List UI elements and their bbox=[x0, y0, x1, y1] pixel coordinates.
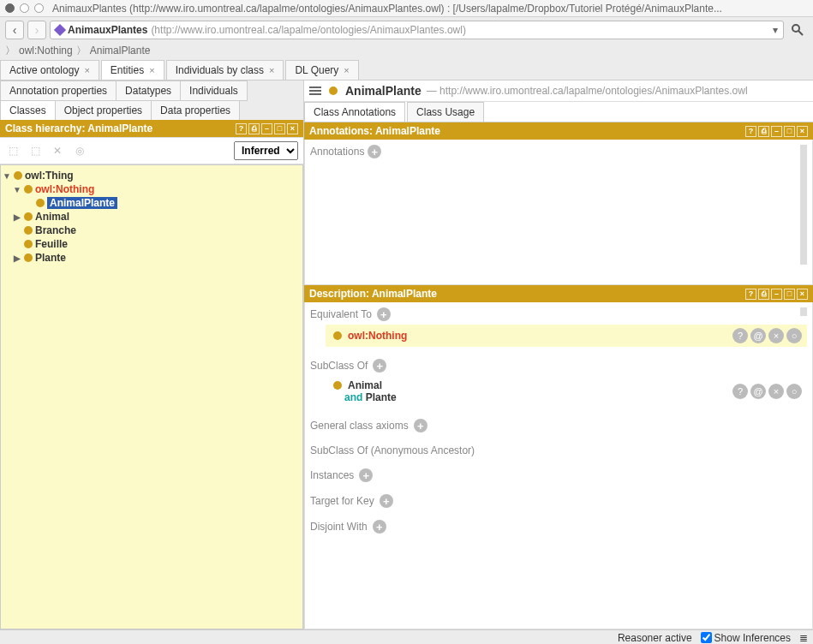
tree-row-nothing[interactable]: ▼ owl:Nothing bbox=[13, 182, 301, 196]
delete-button[interactable]: × bbox=[768, 384, 784, 399]
tab-entities[interactable]: Entities× bbox=[101, 60, 164, 80]
tab-dl-query[interactable]: DL Query× bbox=[285, 60, 358, 80]
tree-label: AnimalPlante bbox=[47, 197, 117, 209]
panel-title: Class hierarchy: AnimalPlante bbox=[5, 122, 152, 134]
minimize-icon[interactable]: – bbox=[261, 123, 272, 134]
subtab-classes[interactable]: Classes bbox=[0, 100, 56, 121]
tab-label: Active ontology bbox=[9, 64, 79, 76]
tree-label: Branche bbox=[35, 224, 76, 236]
disclosure-icon[interactable]: ▶ bbox=[13, 212, 21, 222]
subclass-of-group: SubClass Of+ Animal and Plante ? bbox=[310, 359, 807, 407]
close-icon[interactable]: × bbox=[287, 123, 298, 134]
equivalent-assertion[interactable]: owl:Nothing ? @ × ○ bbox=[326, 325, 807, 347]
at-button[interactable]: @ bbox=[750, 384, 766, 399]
explain-button[interactable]: ? bbox=[732, 384, 748, 399]
forward-button[interactable]: › bbox=[27, 21, 46, 39]
tab-class-usage[interactable]: Class Usage bbox=[407, 102, 484, 122]
menu-icon[interactable] bbox=[309, 86, 321, 95]
delete-button[interactable]: × bbox=[768, 328, 784, 343]
crumb-animalplante[interactable]: AnimalPlante bbox=[90, 45, 151, 57]
show-inferences-toggle[interactable]: Show Inferences bbox=[701, 632, 791, 644]
subtab-annotation-properties[interactable]: Annotation properties bbox=[0, 80, 117, 101]
add-target-button[interactable]: + bbox=[380, 494, 393, 508]
subtab-datatypes[interactable]: Datatypes bbox=[116, 80, 181, 101]
group-label: SubClass Of bbox=[310, 360, 368, 372]
maximize-icon[interactable]: □ bbox=[274, 123, 285, 134]
breadcrumb: 〉 owl:Nothing 〉 AnimalPlante bbox=[0, 43, 813, 58]
annotations-body: Annotations + bbox=[304, 140, 813, 285]
maximize-icon[interactable]: □ bbox=[784, 126, 795, 137]
ontology-iri-field[interactable]: AnimauxPlantes (http://www.iro.umontreal… bbox=[50, 21, 784, 39]
content-area: Annotation properties Datatypes Individu… bbox=[0, 80, 813, 629]
panel-header-icons: ? ⎙ – □ × bbox=[745, 289, 808, 300]
add-subclass-icon[interactable]: ⬚ bbox=[5, 143, 21, 158]
disclosure-icon[interactable]: ▼ bbox=[13, 185, 21, 194]
class-icon bbox=[24, 212, 33, 221]
search-icon bbox=[791, 23, 804, 37]
help-icon[interactable]: ? bbox=[745, 289, 756, 300]
search-button[interactable] bbox=[787, 21, 808, 39]
add-annotation-button[interactable]: + bbox=[368, 145, 381, 158]
tree-row-feuille[interactable]: Feuille bbox=[13, 237, 301, 251]
dropdown-icon[interactable]: ▾ bbox=[773, 24, 778, 36]
add-subclass-button[interactable]: + bbox=[373, 359, 386, 373]
close-icon[interactable]: × bbox=[797, 126, 808, 137]
back-button[interactable]: ‹ bbox=[5, 21, 24, 39]
add-sibling-icon[interactable]: ⬚ bbox=[27, 143, 43, 158]
add-disjoint-button[interactable]: + bbox=[373, 520, 386, 534]
tab-class-annotations[interactable]: Class Annotations bbox=[304, 102, 405, 122]
class-tree[interactable]: ▼ owl:Thing ▼ owl:Nothing AnimalPlante bbox=[0, 164, 303, 629]
pin-icon[interactable]: ⎙ bbox=[758, 289, 769, 300]
subclass-assertion[interactable]: Animal and Plante ? @ × ○ bbox=[326, 376, 807, 407]
pin-icon[interactable]: ⎙ bbox=[248, 123, 260, 134]
ontology-name: AnimauxPlantes bbox=[68, 24, 147, 36]
class-hierarchy-header: Class hierarchy: AnimalPlante ? ⎙ – □ × bbox=[0, 120, 303, 137]
subtab-individuals[interactable]: Individuals bbox=[180, 80, 248, 101]
pin-icon[interactable]: ⎙ bbox=[758, 126, 769, 137]
tree-row-thing[interactable]: ▼ owl:Thing bbox=[3, 169, 301, 182]
edit-button[interactable]: ○ bbox=[786, 384, 802, 399]
tab-individuals-by-class[interactable]: Individuals by class× bbox=[166, 60, 284, 80]
disclosure-icon[interactable]: ▼ bbox=[3, 171, 11, 181]
maximize-icon[interactable]: □ bbox=[784, 289, 795, 300]
delete-class-icon[interactable]: ✕ bbox=[50, 143, 65, 158]
tree-row-branche[interactable]: Branche bbox=[13, 224, 301, 237]
scrollbar[interactable] bbox=[800, 145, 807, 265]
scrollbar[interactable] bbox=[800, 307, 807, 316]
tree-row-animal[interactable]: ▶ Animal bbox=[13, 210, 301, 224]
close-icon[interactable]: × bbox=[344, 65, 349, 75]
subtab-object-properties[interactable]: Object properties bbox=[55, 100, 152, 121]
tree-row-plante[interactable]: ▶ Plante bbox=[13, 251, 301, 265]
subtab-data-properties[interactable]: Data properties bbox=[151, 100, 240, 121]
help-icon[interactable]: ? bbox=[745, 126, 756, 137]
svg-point-0 bbox=[792, 25, 799, 32]
close-icon[interactable]: × bbox=[84, 65, 89, 75]
zoom-icon[interactable] bbox=[34, 3, 44, 13]
close-icon[interactable]: × bbox=[149, 65, 154, 75]
hierarchy-toolbar: ⬚ ⬚ ✕ ◎ Inferred bbox=[0, 137, 303, 164]
tab-active-ontology[interactable]: Active ontology× bbox=[0, 60, 99, 80]
group-label: Disjoint With bbox=[310, 521, 368, 533]
explain-button[interactable]: ? bbox=[732, 328, 748, 343]
tree-row-animalplante[interactable]: AnimalPlante bbox=[33, 196, 301, 210]
add-equivalent-button[interactable]: + bbox=[377, 307, 391, 321]
show-inferences-checkbox[interactable] bbox=[701, 632, 712, 643]
list-icon[interactable]: ≣ bbox=[799, 632, 808, 644]
tree-label: owl:Nothing bbox=[35, 183, 94, 195]
minimize-icon[interactable]: – bbox=[771, 126, 782, 137]
add-instance-button[interactable]: + bbox=[359, 468, 373, 482]
minimize-icon[interactable]: – bbox=[771, 289, 782, 300]
close-icon[interactable]: × bbox=[269, 65, 274, 75]
at-button[interactable]: @ bbox=[750, 328, 766, 343]
crumb-nothing[interactable]: owl:Nothing bbox=[19, 45, 73, 57]
add-gca-button[interactable]: + bbox=[414, 419, 427, 432]
view-mode-select[interactable]: Inferred bbox=[234, 141, 298, 160]
target-icon[interactable]: ◎ bbox=[72, 143, 87, 158]
close-icon[interactable] bbox=[5, 3, 15, 13]
disclosure-icon[interactable]: ▶ bbox=[13, 253, 21, 263]
help-icon[interactable]: ? bbox=[236, 123, 247, 134]
close-icon[interactable]: × bbox=[797, 289, 808, 300]
edit-button[interactable]: ○ bbox=[786, 328, 802, 343]
assertion-part1: Animal bbox=[348, 379, 382, 391]
minimize-icon[interactable] bbox=[20, 3, 29, 13]
